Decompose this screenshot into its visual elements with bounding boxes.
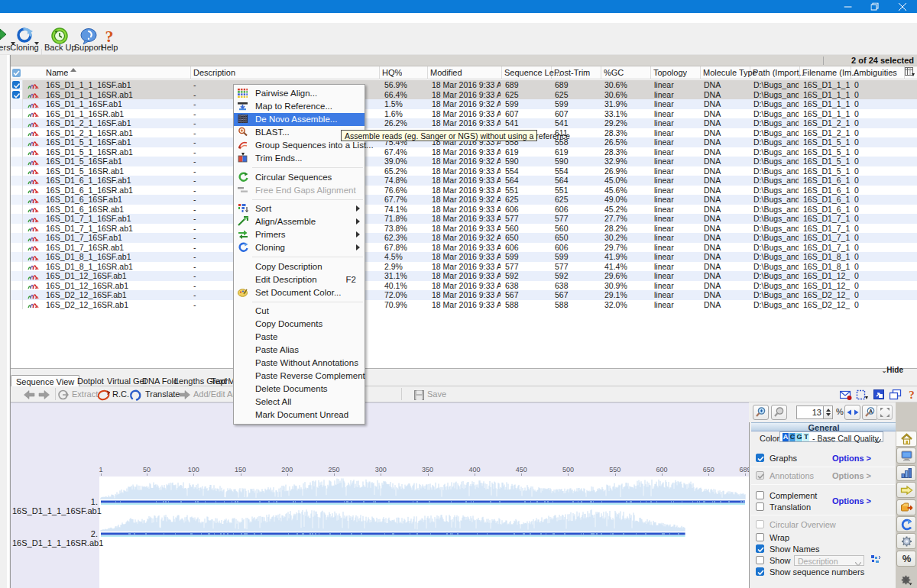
checkbox-annotations[interactable]: [756, 471, 764, 480]
viewer-help-icon[interactable]: ?: [907, 389, 916, 400]
table-row[interactable]: 16S_D1_6_1_16SF.ab1-74.8%18 Mar 2016 9:3…: [11, 176, 917, 186]
row-checkbox-cell[interactable]: [11, 224, 23, 234]
options-link-translation[interactable]: Options >: [832, 496, 871, 506]
menu-item-free-end-gaps-alignment[interactable]: Free End Gaps Alignment: [234, 184, 365, 197]
column-header-hq[interactable]: HQ%: [380, 66, 428, 79]
zoom-selection-button[interactable]: A: [862, 405, 878, 420]
table-row[interactable]: 16S_D1_5_16SR.ab1-65.2%18 Mar 2016 9:33 …: [11, 166, 917, 176]
row-checkbox-cell[interactable]: [11, 176, 23, 186]
table-row[interactable]: 16S_D1_12_16SR.ab1-40.1%18 Mar 2016 9:33…: [11, 281, 917, 291]
checkbox-translation[interactable]: [756, 502, 764, 511]
side-tab-monitor[interactable]: [896, 447, 916, 464]
side-tab-annotation-arrow[interactable]: [896, 482, 916, 498]
back-button[interactable]: [24, 388, 36, 401]
zoom-in-button[interactable]: [753, 405, 769, 420]
row-checkbox-cell[interactable]: [11, 300, 23, 310]
menu-item-de-novo-assemble[interactable]: De Novo Assemble...: [234, 113, 365, 126]
checkbox-complement[interactable]: [756, 491, 764, 499]
menu-item-align-assemble[interactable]: Align/Assemble: [234, 215, 365, 228]
checkbox-graphs[interactable]: [756, 454, 764, 462]
menu-item-circular-sequences[interactable]: Circular Sequences: [234, 171, 365, 184]
row-checkbox-cell[interactable]: [11, 118, 23, 128]
table-row[interactable]: 16S_D1_5_16SF.ab1-39.0%18 Mar 2016 9:32 …: [11, 157, 917, 166]
colors-combobox[interactable]: ACGT- Base Call Quality: [779, 431, 883, 442]
row-checkbox-cell[interactable]: [11, 90, 23, 100]
side-tab-export[interactable]: [896, 499, 916, 515]
options-link-annotations[interactable]: Options >: [832, 471, 871, 480]
table-row[interactable]: 16S_D1_1_16SF.ab1-1.5%18 Mar 2016 9:32 A…: [11, 99, 917, 109]
row-checkbox-cell[interactable]: [11, 243, 23, 253]
table-row[interactable]: 16S_D1_6_16SR.ab1-74.1%18 Mar 2016 9:33 …: [11, 205, 917, 215]
menu-item-sort[interactable]: Sort: [234, 202, 365, 215]
column-header-post[interactable]: Post-Trim: [552, 66, 601, 79]
track-2-label[interactable]: 2. 16S_D1_1_1_16SR.ab1: [12, 529, 98, 548]
row-checkbox-cell[interactable]: [11, 109, 23, 119]
menu-item-copy-description[interactable]: Copy Description: [234, 260, 365, 273]
menu-item-map-to-reference[interactable]: Map to Reference...: [234, 100, 365, 113]
row-checkbox-cell[interactable]: [11, 128, 23, 138]
options-link-graphs[interactable]: Options >: [832, 454, 871, 463]
fit-to-screen-button[interactable]: [844, 405, 860, 420]
row-checkbox-cell[interactable]: [11, 281, 23, 291]
description-combobox[interactable]: Description: [794, 555, 864, 566]
table-row[interactable]: 16S_D1_1_16SR.ab1-1.6%18 Mar 2016 9:33 A…: [11, 109, 917, 119]
table-row[interactable]: 16S_D1_6_1_16SR.ab1-76.6%18 Mar 2016 9:3…: [11, 186, 917, 195]
column-header-modified[interactable]: Modified: [428, 66, 502, 79]
zoom-spinner[interactable]: [824, 405, 833, 419]
row-checkbox-cell[interactable]: [11, 166, 23, 176]
row-checkbox-cell[interactable]: [11, 186, 23, 195]
general-header[interactable]: General: [751, 422, 896, 431]
restore-button[interactable]: [862, 0, 888, 13]
sort-sequences-icon[interactable]: [870, 554, 881, 566]
tab-sequence-view[interactable]: Sequence View: [11, 375, 79, 386]
checkbox-show-names[interactable]: [756, 544, 764, 553]
side-tab-settings-gear[interactable]: [896, 572, 916, 588]
table-settings-icon[interactable]: [905, 67, 916, 79]
column-header-mol[interactable]: Molecule Type: [701, 66, 750, 79]
backup-button[interactable]: Back Up: [44, 25, 75, 53]
menu-item-pairwise-align[interactable]: Pairwise Align...: [234, 87, 365, 100]
row-checkbox[interactable]: [12, 91, 20, 99]
popout-icon[interactable]: [873, 389, 885, 400]
menu-item-trim-ends[interactable]: Trim Ends...: [234, 152, 365, 165]
menu-item-delete-documents[interactable]: Delete Documents: [234, 383, 365, 396]
new-window-icon[interactable]: [889, 389, 902, 400]
row-checkbox-cell[interactable]: [11, 252, 23, 262]
column-header-file[interactable]: Filename (Im...: [800, 66, 851, 79]
left-collapsed-panel[interactable]: [0, 55, 11, 588]
menu-item-select-all[interactable]: Select All: [234, 396, 365, 409]
row-checkbox-cell[interactable]: [11, 195, 23, 205]
menu-item-paste[interactable]: Paste: [234, 331, 365, 344]
hide-button[interactable]: ⌄Hide: [882, 366, 903, 374]
zoom-out-button[interactable]: [771, 405, 787, 420]
menu-item-cut[interactable]: Cut: [234, 305, 365, 318]
table-row[interactable]: 16S_D1_7_16SF.ab1-62.3%18 Mar 2016 9:32 …: [11, 233, 917, 243]
checkbox-show-sequence-numbers[interactable]: [756, 567, 764, 576]
table-row[interactable]: 16S_D2_12_16SR.ab1-70.9%18 Mar 2016 9:33…: [11, 300, 917, 310]
help-button[interactable]: ? Help: [98, 25, 121, 53]
checkbox-wrap[interactable]: [756, 533, 764, 541]
menu-item-copy-documents[interactable]: Copy Documents: [234, 318, 365, 331]
column-header-path[interactable]: Path (Import...: [750, 66, 800, 79]
column-header-name[interactable]: Name: [12, 66, 191, 79]
menu-item-primers[interactable]: Primers: [234, 228, 365, 241]
table-row[interactable]: 16S_D2_12_16SF.ab1-72.0%18 Mar 2016 9:33…: [11, 290, 917, 300]
table-row[interactable]: 16S_D1_8_1_16SF.ab1-4.5%18 Mar 2016 9:33…: [11, 252, 917, 262]
table-row[interactable]: 16S_D1_2_1_16SF.ab1-26.2%18 Mar 2016 9:3…: [11, 118, 917, 128]
expand-button[interactable]: [876, 405, 893, 420]
table-row[interactable]: 16S_D1_1_1_16SF.ab1-56.9%18 Mar 2016 9:3…: [11, 80, 917, 90]
checkbox-show[interactable]: [756, 556, 764, 564]
row-checkbox-cell[interactable]: [11, 214, 23, 224]
zoom-level-input[interactable]: 13: [796, 405, 824, 419]
table-row[interactable]: 16S_D1_8_1_16SR.ab1-2.9%18 Mar 2016 9:33…: [11, 262, 917, 272]
side-tab-restriction[interactable]: [896, 516, 916, 532]
row-checkbox-cell[interactable]: [11, 157, 23, 166]
chromatogram-traces[interactable]: [11, 403, 749, 588]
row-checkbox-cell[interactable]: [11, 290, 23, 300]
row-checkbox-cell[interactable]: [11, 262, 23, 272]
column-header-desc[interactable]: Description: [191, 66, 380, 79]
menu-item-paste-without-annotations[interactable]: Paste Without Annotations: [234, 357, 365, 370]
menu-item-edit-description[interactable]: Edit DescriptionF2: [234, 273, 365, 286]
table-row[interactable]: 16S_D1_7_1_16SR.ab1-73.8%18 Mar 2016 9:3…: [11, 224, 917, 234]
extract-columns-icon[interactable]: [856, 389, 869, 400]
